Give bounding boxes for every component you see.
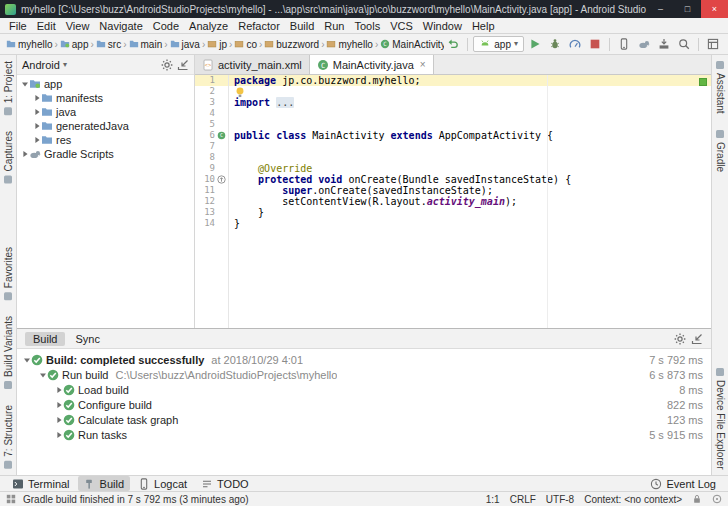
tool-window-button-terminal[interactable]: Terminal	[6, 476, 76, 491]
code-text[interactable]: }	[229, 207, 264, 218]
menu-file[interactable]: File	[4, 20, 32, 32]
breadcrumb-item-myhello[interactable]: myhello	[6, 39, 52, 50]
chevron-collapsed-icon[interactable]	[55, 416, 63, 424]
context-widget[interactable]: Context: <no context>	[584, 494, 682, 505]
project-view-selector[interactable]: Android ▾	[22, 59, 67, 71]
tool-window-button-event-log[interactable]: Event Log	[644, 476, 722, 491]
breadcrumb-item-myhello[interactable]: myhello	[326, 39, 372, 50]
breadcrumb-item-java[interactable]: java	[170, 39, 200, 50]
editor-tab-mainactivity-java[interactable]: CMainActivity.java×	[310, 55, 434, 74]
chevron-collapsed-icon[interactable]	[33, 94, 41, 102]
code-text[interactable]: @Override	[229, 163, 312, 174]
chevron-collapsed-icon[interactable]	[55, 401, 63, 409]
code-text[interactable]: super.onCreate(savedInstanceState);	[229, 185, 493, 196]
inspections-profile-icon[interactable]	[712, 494, 722, 504]
inspections-status-indicator[interactable]	[699, 78, 707, 86]
chevron-expanded-icon[interactable]	[39, 371, 47, 379]
menu-window[interactable]: Window	[418, 20, 467, 32]
tool-stripe-button-favorites[interactable]: Favorites	[3, 247, 14, 300]
file-encoding-widget[interactable]: UTF-8	[546, 494, 574, 505]
chevron-collapsed-icon[interactable]	[33, 108, 41, 116]
sdk-manager-button[interactable]	[655, 36, 673, 53]
tool-stripe-button-device-file-explorer[interactable]: Device File Explorer	[715, 368, 726, 469]
code-line-9: 9 @Override	[195, 163, 711, 174]
avd-manager-button[interactable]	[615, 36, 633, 53]
sync-project-button[interactable]	[444, 36, 462, 53]
stop-button[interactable]	[586, 36, 604, 53]
chevron-collapsed-icon[interactable]	[55, 386, 63, 394]
menu-run[interactable]: Run	[319, 20, 349, 32]
tool-window-switcher-icon[interactable]	[6, 494, 16, 504]
breadcrumb-item-jp[interactable]: jp	[207, 39, 227, 50]
tool-window-button-todo[interactable]: TODO	[195, 476, 255, 491]
build-tree-item-run-build[interactable]: Run buildC:\Users\buzz\AndroidStudioProj…	[17, 367, 711, 382]
breadcrumb-item-main[interactable]: main	[129, 39, 163, 50]
project-tree-item-app[interactable]: app	[17, 77, 194, 91]
menu-build[interactable]: Build	[285, 20, 319, 32]
tool-stripe-button-gradle[interactable]: Gradle	[715, 130, 726, 172]
close-tab-icon[interactable]: ×	[420, 59, 426, 70]
build-tab-build[interactable]: Build	[25, 332, 65, 346]
build-tree-item-load-build[interactable]: Load build8 ms	[17, 382, 711, 397]
close-button[interactable]: ×	[701, 0, 728, 18]
build-tree-item-build-completed-successfully[interactable]: Build: completed successfullyat 2018/10/…	[17, 352, 711, 367]
profiler-button[interactable]	[566, 36, 584, 53]
breadcrumb-item-src[interactable]: src	[96, 39, 121, 50]
gradle-sync-button[interactable]	[635, 36, 653, 53]
run-button[interactable]	[526, 36, 544, 53]
code-text[interactable]: import ...	[229, 97, 294, 108]
lock-icon[interactable]	[692, 494, 702, 504]
menu-tools[interactable]: Tools	[349, 20, 385, 32]
menu-navigate[interactable]: Navigate	[94, 20, 147, 32]
maximize-button[interactable]: □	[674, 0, 701, 18]
tool-stripe-button-build-variants[interactable]: Build Variants	[3, 316, 14, 389]
breadcrumb-item-mainactivity[interactable]: CMainActivity	[380, 39, 444, 50]
menu-vcs[interactable]: VCS	[385, 20, 418, 32]
code-text[interactable]	[229, 86, 246, 98]
chevron-collapsed-icon[interactable]	[33, 122, 41, 130]
status-message[interactable]: Gradle build finished in 7 s 792 ms (3 m…	[23, 494, 479, 505]
build-tab-sync[interactable]: Sync	[67, 332, 107, 346]
tool-window-button-logcat[interactable]: Logcat	[132, 476, 193, 491]
build-tree-item-calculate-task-graph[interactable]: Calculate task graph123 ms	[17, 412, 711, 427]
run-config-selector[interactable]: app▾	[473, 36, 524, 52]
tool-stripe-button-captures[interactable]: Captures	[3, 131, 14, 184]
chevron-expanded-icon[interactable]	[23, 356, 31, 364]
build-tree-item-run-tasks[interactable]: Run tasks5 s 915 ms	[17, 427, 711, 442]
code-text[interactable]: }	[229, 218, 240, 229]
menu-analyze[interactable]: Analyze	[184, 20, 233, 32]
search-everywhere-button[interactable]	[675, 36, 693, 53]
project-tree-item-gradle-scripts[interactable]: Gradle Scripts	[17, 147, 194, 161]
project-tree-item-generatedjava[interactable]: generatedJava	[17, 119, 194, 133]
breadcrumb-item-co[interactable]: co	[234, 39, 257, 50]
tool-stripe-button-7-structure[interactable]: 7: Structure	[3, 405, 14, 469]
menu-code[interactable]: Code	[148, 20, 184, 32]
line-separator-widget[interactable]: CRLF	[510, 494, 536, 505]
code-text[interactable]: public class MainActivity extends AppCom…	[229, 130, 553, 141]
tool-stripe-button-assistant[interactable]: Assistant	[715, 61, 726, 114]
caret-position-widget[interactable]: 1:1	[486, 494, 500, 505]
code-text[interactable]: setContentView(R.layout.activity_main);	[229, 196, 517, 207]
breadcrumb-item-buzzword[interactable]: buzzword	[264, 39, 319, 50]
project-tree-item-res[interactable]: res	[17, 133, 194, 147]
chevron-collapsed-icon[interactable]	[21, 150, 29, 158]
tool-stripe-button-1-project[interactable]: 1: Project	[3, 61, 14, 115]
code-text[interactable]: protected void onCreate(Bundle savedInst…	[229, 174, 571, 185]
project-tree-item-java[interactable]: java	[17, 105, 194, 119]
chevron-expanded-icon[interactable]	[21, 80, 29, 88]
menu-help[interactable]: Help	[467, 20, 500, 32]
tool-window-button-build[interactable]: Build	[78, 476, 130, 491]
menu-refactor[interactable]: Refactor	[233, 20, 285, 32]
menu-view[interactable]: View	[61, 20, 95, 32]
code-text[interactable]: package jp.co.buzzword.myhello;	[229, 75, 421, 86]
project-structure-button[interactable]	[704, 36, 722, 53]
project-tree-item-manifests[interactable]: manifests	[17, 91, 194, 105]
minimize-button[interactable]: –	[647, 0, 674, 18]
chevron-collapsed-icon[interactable]	[55, 431, 63, 439]
debug-button[interactable]	[546, 36, 564, 53]
chevron-collapsed-icon[interactable]	[33, 136, 41, 144]
breadcrumb-item-app[interactable]: app	[60, 39, 89, 50]
editor-tab-activity-main-xml[interactable]: <>activity_main.xml	[195, 55, 310, 74]
build-tree-item-configure-build[interactable]: Configure build822 ms	[17, 397, 711, 412]
menu-edit[interactable]: Edit	[32, 20, 61, 32]
